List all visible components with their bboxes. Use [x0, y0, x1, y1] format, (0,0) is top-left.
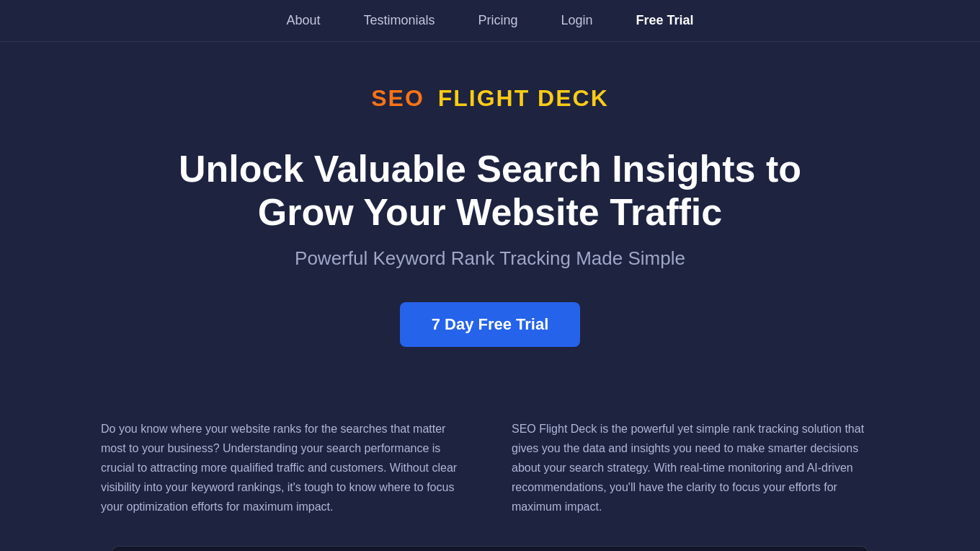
nav-free-trial[interactable]: Free Trial	[636, 13, 694, 28]
right-column: SEO Flight Deck is the powerful yet simp…	[512, 419, 879, 517]
left-column: Do you know where your website ranks for…	[101, 419, 468, 517]
logo-rest: FLIGHT DECK	[438, 85, 609, 111]
nav-pricing[interactable]: Pricing	[478, 13, 517, 28]
hero-subheadline: Powerful Keyword Rank Tracking Made Simp…	[14, 247, 966, 270]
hero-headline: Unlock Valuable Search Insights to Grow …	[166, 148, 814, 234]
hero-section: SEO FLIGHT DECK Unlock Valuable Search I…	[0, 42, 980, 376]
cta-button[interactable]: 7 Day Free Trial	[400, 302, 581, 347]
logo-seo: SEO	[371, 85, 424, 111]
nav-about[interactable]: About	[286, 13, 320, 28]
two-col-section: Do you know where your website ranks for…	[72, 419, 908, 517]
site-logo: SEO FLIGHT DECK	[371, 85, 609, 112]
app-topbar: SEO FLIGHT DECK ✦ AI Credits used: 3 of …	[112, 547, 868, 551]
nav-login[interactable]: Login	[561, 13, 593, 28]
app-screenshot-wrapper: SEO FLIGHT DECK ✦ AI Credits used: 3 of …	[83, 546, 897, 551]
nav-testimonials[interactable]: Testimonials	[363, 13, 435, 28]
app-frame: SEO FLIGHT DECK ✦ AI Credits used: 3 of …	[112, 546, 868, 551]
main-nav: About Testimonials Pricing Login Free Tr…	[0, 0, 980, 42]
